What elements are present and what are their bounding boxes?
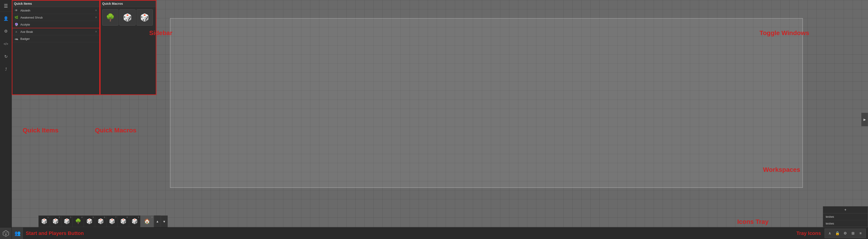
tray-lock-icon[interactable]: 🔒 bbox=[834, 230, 841, 237]
remove-icon[interactable]: ✕ bbox=[95, 9, 97, 12]
d20-icon: 20 bbox=[2, 230, 9, 237]
macro-code-icon: </> bbox=[4, 42, 8, 46]
awakened-shrub-icon: 🌿 bbox=[14, 15, 19, 20]
quick-item-label: Awakened Shrub bbox=[20, 16, 93, 19]
scene-nav-bar: 1 🎲 2 🎲 3 🎲 4 🌳 5 🎲 6 🎲 7 🎲 8 🎲 9 🎲 0 🏠 … bbox=[38, 215, 168, 227]
remove-icon[interactable]: ✕ bbox=[95, 16, 97, 19]
bottom-bar: 20 👥 Start and Players Button Tray Icons… bbox=[0, 227, 868, 239]
home-icon: 🏠 bbox=[144, 218, 150, 224]
scene-nav-item-5[interactable]: 5 🎲 bbox=[84, 215, 95, 227]
canvas-rect bbox=[170, 18, 803, 188]
scene-nav-item-1[interactable]: 1 🎲 bbox=[39, 215, 50, 227]
tree-macro-button[interactable]: 🌳 bbox=[102, 9, 119, 26]
grid-icon: ⊞ bbox=[851, 231, 855, 235]
quick-macros-header: Quick Macros bbox=[100, 0, 156, 7]
quick-item-label: Axe Beak bbox=[20, 30, 93, 33]
workspace-item-1[interactable]: testws bbox=[823, 213, 868, 220]
scene-number: 9 bbox=[138, 216, 139, 218]
quick-macros-grid: 🌳 🎲 🎲 bbox=[100, 7, 156, 28]
tree-macro-icon: 🌳 bbox=[106, 13, 115, 22]
dice-macro-button-1[interactable]: 🎲 bbox=[119, 9, 135, 26]
scene-dice-icon: 🎲 bbox=[41, 218, 47, 224]
list-item[interactable]: 🔮 Acolyte bbox=[12, 21, 99, 28]
acolyte-icon: 🔮 bbox=[14, 22, 19, 27]
scene-number: 1 bbox=[48, 216, 49, 218]
plus-icon: + bbox=[844, 208, 846, 212]
workspaces-panel: + testws testws bbox=[823, 206, 868, 227]
refresh-icon: ↻ bbox=[4, 54, 8, 59]
refresh-sidebar-button[interactable]: ↻ bbox=[0, 51, 12, 62]
workspace-item-2[interactable]: testws bbox=[823, 220, 868, 227]
badger-icon: 🦡 bbox=[14, 36, 19, 41]
scene-dice-icon: 🎲 bbox=[131, 218, 138, 224]
quick-item-label: Acolyte bbox=[20, 23, 97, 26]
settings-sidebar-button[interactable]: ⚙ bbox=[0, 25, 12, 37]
scene-number: 0 bbox=[151, 216, 153, 218]
scene-nav-item-4[interactable]: 4 🌳 bbox=[72, 215, 84, 227]
scene-nav-item-7[interactable]: 7 🎲 bbox=[106, 215, 118, 227]
d20-button[interactable]: 20 bbox=[0, 228, 12, 239]
scene-number: 7 bbox=[115, 216, 116, 218]
macro-sidebar-button[interactable]: </> bbox=[0, 38, 12, 50]
quick-items-panel: Quick Items 👁 Aboleth ✕ 🌿 Awakened Shrub… bbox=[12, 0, 100, 95]
bottom-right-area: Tray Icons ∧ 🔒 ⚙ ⊞ ≡ bbox=[796, 229, 866, 238]
scene-nav-item-2[interactable]: 2 🎲 bbox=[50, 215, 61, 227]
aboleth-icon: 👁 bbox=[14, 8, 19, 13]
workspaces-add-button[interactable]: + bbox=[823, 206, 868, 213]
dice2-macro-icon: 🎲 bbox=[140, 13, 149, 22]
caret-up-icon: ∧ bbox=[829, 231, 831, 235]
tray-icons-label: Tray Icons bbox=[796, 231, 821, 236]
list-item[interactable]: ⚔ Axe Beak ✕ bbox=[12, 28, 99, 35]
dice-macro-button-2[interactable]: 🎲 bbox=[136, 9, 153, 26]
scene-number: 2 bbox=[59, 216, 60, 218]
list-item[interactable]: 👁 Aboleth ✕ bbox=[12, 7, 99, 14]
hamburger-icon: ☰ bbox=[4, 3, 8, 8]
right-panel-toggle-button[interactable]: ▶ bbox=[861, 113, 868, 126]
chevron-right-icon: ▶ bbox=[864, 118, 866, 121]
scene-number: 5 bbox=[93, 216, 94, 218]
scene-nav-down-button[interactable]: ▼ bbox=[161, 215, 167, 227]
list-item[interactable]: 🦡 Badger bbox=[12, 35, 99, 42]
tray-icons-group: ∧ 🔒 ⚙ ⊞ ≡ bbox=[825, 229, 866, 238]
scene-nav-item-6[interactable]: 6 🎲 bbox=[95, 215, 106, 227]
dice1-macro-icon: 🎲 bbox=[123, 13, 132, 22]
hamburger-menu-button[interactable]: ☰ bbox=[0, 0, 12, 12]
scene-nav-item-9[interactable]: 9 🎲 bbox=[129, 215, 141, 227]
tray-grid-icon[interactable]: ⊞ bbox=[849, 230, 857, 237]
chevron-up-icon: ▲ bbox=[156, 219, 159, 223]
export-icon: ⤴ bbox=[5, 67, 7, 72]
players-button[interactable]: 👥 bbox=[12, 228, 24, 239]
axe-beak-icon: ⚔ bbox=[14, 29, 19, 34]
quick-panel-row: Quick Items 👁 Aboleth ✕ 🌿 Awakened Shrub… bbox=[12, 0, 156, 95]
start-players-label: Start and Players Button bbox=[24, 231, 796, 236]
quick-item-label: Badger bbox=[20, 37, 97, 41]
scene-nav-home[interactable]: 0 🏠 bbox=[141, 215, 154, 227]
export-sidebar-button[interactable]: ⤴ bbox=[0, 63, 12, 75]
tray-settings-icon[interactable]: ⚙ bbox=[842, 230, 849, 237]
svg-text:20: 20 bbox=[5, 234, 7, 235]
scene-number: 4 bbox=[81, 216, 83, 218]
scene-nav-item-8[interactable]: 8 🎲 bbox=[118, 215, 129, 227]
tray-list-icon[interactable]: ≡ bbox=[857, 230, 864, 237]
scene-nav-up-button[interactable]: ▲ bbox=[154, 215, 161, 227]
actor-sidebar-button[interactable]: 👤 bbox=[0, 13, 12, 24]
gear-icon: ⚙ bbox=[844, 231, 847, 235]
sidebar-strip: ☰ 👤 ⚙ </> ↻ ⤴ bbox=[0, 0, 12, 239]
svg-marker-1 bbox=[4, 231, 7, 233]
actor-icon: 👤 bbox=[3, 16, 8, 21]
chevron-down-icon: ▼ bbox=[163, 220, 166, 223]
list-item[interactable]: 🌿 Awakened Shrub ✕ bbox=[12, 14, 99, 21]
scene-dice-icon: 🎲 bbox=[86, 218, 92, 224]
scene-nav-item-3[interactable]: 3 🎲 bbox=[61, 215, 72, 227]
quick-panel: Quick Items 👁 Aboleth ✕ 🌿 Awakened Shrub… bbox=[12, 0, 156, 95]
list-icon: ≡ bbox=[860, 231, 862, 235]
tray-caret-icon[interactable]: ∧ bbox=[826, 230, 833, 237]
remove-icon[interactable]: ✕ bbox=[95, 30, 97, 33]
scene-dice-icon: 🎲 bbox=[98, 218, 104, 224]
scene-dice-icon: 🎲 bbox=[109, 218, 115, 224]
scene-dice-icon: 🎲 bbox=[53, 218, 59, 224]
quick-items-header: Quick Items bbox=[12, 0, 99, 7]
quick-item-label: Aboleth bbox=[20, 9, 93, 12]
settings-icon: ⚙ bbox=[4, 29, 8, 34]
scene-dice-icon: 🎲 bbox=[120, 218, 126, 224]
